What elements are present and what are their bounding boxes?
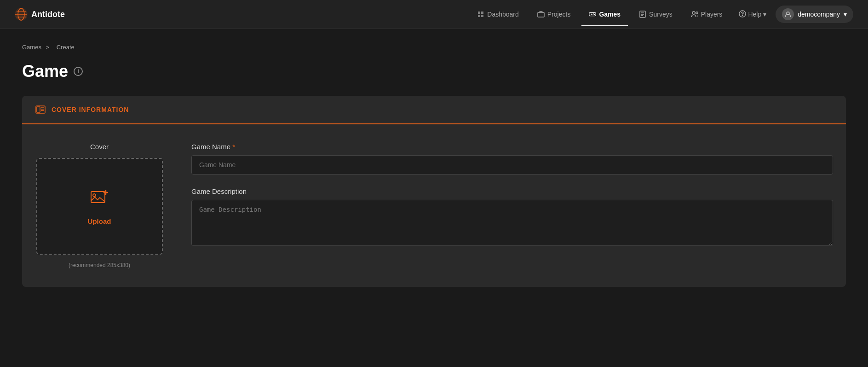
page-title: Game i xyxy=(22,62,846,81)
user-avatar xyxy=(782,8,794,20)
user-menu-button[interactable]: democompany ▾ xyxy=(776,6,853,23)
cover-hint: (recommended 285x380) xyxy=(69,262,130,268)
cover-label: Cover xyxy=(90,143,109,151)
help-button[interactable]: Help ▾ xyxy=(733,6,772,23)
logo-icon xyxy=(15,8,28,21)
nav-projects[interactable]: Projects xyxy=(530,7,578,22)
dashboard-icon xyxy=(477,11,484,18)
svg-rect-5 xyxy=(538,12,544,17)
svg-point-10 xyxy=(594,14,595,15)
main-content: Games > Create Game i COVER INFORMATION xyxy=(0,29,868,302)
svg-rect-21 xyxy=(37,107,40,112)
players-icon xyxy=(691,11,698,18)
game-description-label: Game Description xyxy=(191,187,833,195)
required-mark: * xyxy=(232,143,235,151)
navbar: Antidote Dashboard Projects Games xyxy=(0,0,868,29)
app-name: Antidote xyxy=(31,10,65,19)
breadcrumb-games-link[interactable]: Games xyxy=(22,44,41,51)
nav-players[interactable]: Players xyxy=(684,7,730,22)
cover-info-icon xyxy=(35,104,46,115)
help-circle-icon xyxy=(739,10,746,19)
svg-point-9 xyxy=(594,14,594,14)
navbar-left: Antidote xyxy=(15,8,65,21)
breadcrumb-current: Create xyxy=(57,44,75,51)
game-name-label: Game Name * xyxy=(191,143,833,151)
nav-games[interactable]: Games xyxy=(581,7,628,22)
upload-area[interactable]: Upload xyxy=(36,158,163,255)
navbar-right: Dashboard Projects Games Surveys xyxy=(470,6,853,23)
cover-section-title: COVER INFORMATION xyxy=(52,106,129,113)
svg-point-26 xyxy=(93,194,96,197)
breadcrumb-separator: > xyxy=(46,44,50,51)
game-description-textarea[interactable] xyxy=(191,200,833,246)
breadcrumb: Games > Create xyxy=(22,44,846,51)
fields-section: Game Name * Game Description xyxy=(191,143,833,268)
game-name-input[interactable] xyxy=(191,155,833,175)
cover-section: Cover Upload xyxy=(35,143,164,268)
help-chevron-icon: ▾ xyxy=(763,11,766,18)
projects-icon xyxy=(537,11,545,18)
logo[interactable]: Antidote xyxy=(15,8,65,21)
user-chevron-icon: ▾ xyxy=(844,11,847,18)
upload-icon xyxy=(89,188,109,212)
nav-surveys[interactable]: Surveys xyxy=(632,7,680,22)
game-description-group: Game Description xyxy=(191,187,833,246)
upload-text: Upload xyxy=(88,217,111,225)
page-info-icon[interactable]: i xyxy=(74,67,83,76)
form-card-body: Cover Upload xyxy=(22,124,846,287)
svg-point-15 xyxy=(692,12,695,14)
svg-point-16 xyxy=(696,12,697,14)
nav-dashboard[interactable]: Dashboard xyxy=(470,7,526,22)
game-name-group: Game Name * xyxy=(191,143,833,175)
svg-point-18 xyxy=(742,15,743,15)
games-icon xyxy=(589,11,596,18)
surveys-icon xyxy=(639,11,646,18)
form-card: COVER INFORMATION Cover xyxy=(22,96,846,287)
form-card-header: COVER INFORMATION xyxy=(22,96,846,124)
svg-rect-25 xyxy=(91,192,105,203)
